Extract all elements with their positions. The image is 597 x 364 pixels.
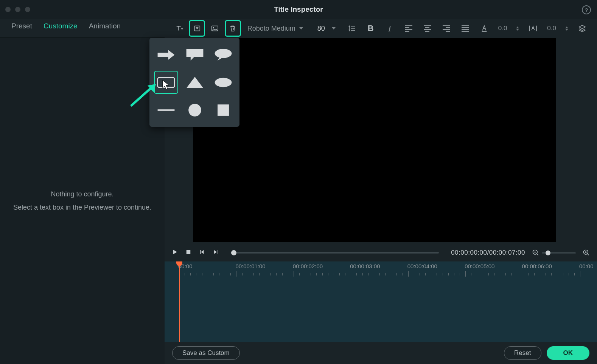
scrub-handle[interactable]: [231, 250, 236, 255]
tick: [299, 273, 300, 275]
tick: [448, 273, 449, 275]
tick: [523, 271, 523, 277]
time-label: 00:00:03:00: [350, 263, 380, 269]
tick: [483, 273, 483, 275]
letter-spacing-button[interactable]: [528, 24, 538, 33]
add-image-button[interactable]: [208, 21, 222, 36]
playback-bar: 00:00:00:00/00:00:07:00: [165, 244, 597, 261]
next-frame-button[interactable]: [212, 249, 219, 257]
tick: [580, 271, 580, 277]
tick: [396, 273, 397, 275]
delete-button[interactable]: [226, 21, 240, 36]
tick: [563, 273, 563, 275]
zoom-in-icon[interactable]: [583, 249, 590, 257]
tick: [288, 273, 288, 275]
zoom-out-icon[interactable]: [532, 249, 539, 257]
zoom-slider-handle[interactable]: [546, 250, 550, 255]
tick: [385, 273, 386, 275]
tick: [248, 273, 248, 275]
tick: [236, 271, 236, 277]
bold-button[interactable]: B: [366, 23, 376, 33]
letter-spacing-value: 0.0: [547, 25, 556, 32]
align-right-button[interactable]: [442, 25, 451, 32]
stop-button[interactable]: [185, 249, 192, 257]
tick: [557, 273, 557, 275]
tick: [534, 273, 535, 275]
zoom-slider[interactable]: [542, 252, 576, 254]
tick: [362, 273, 363, 275]
window-title: Title Inspector: [274, 5, 323, 14]
timeline[interactable]: 00:0000:00:01:0000:00:02:0000:00:03:0000…: [165, 261, 597, 342]
tick: [454, 273, 454, 275]
add-text-button[interactable]: [172, 21, 186, 36]
playhead[interactable]: [179, 261, 180, 342]
align-center-button[interactable]: [423, 25, 432, 32]
font-family-value: Roboto Medium: [247, 25, 295, 33]
tick: [265, 273, 265, 275]
line-height-stepper[interactable]: [516, 26, 519, 31]
svg-point-2: [213, 27, 214, 28]
font-size-value: 80: [317, 25, 325, 33]
help-icon[interactable]: ?: [582, 5, 591, 14]
shape-speech-rect[interactable]: [183, 43, 207, 66]
tick: [494, 273, 494, 275]
text-color-button[interactable]: [479, 24, 489, 33]
align-left-button[interactable]: [404, 25, 414, 32]
tick: [511, 273, 511, 275]
tick: [259, 273, 260, 275]
format-group: B I 0.0 0.0: [347, 23, 597, 34]
align-justify-button[interactable]: [460, 25, 470, 32]
tick: [305, 273, 305, 275]
scrub-track[interactable]: [231, 252, 439, 254]
tick: [465, 271, 466, 277]
tick: [196, 273, 196, 275]
zoom-window-icon[interactable]: [25, 7, 30, 12]
minimize-window-icon[interactable]: [15, 7, 20, 12]
tick: [253, 273, 254, 275]
letter-spacing-stepper[interactable]: [565, 26, 568, 31]
tick: [431, 273, 431, 275]
close-window-icon[interactable]: [5, 7, 11, 12]
time-ruler[interactable]: 00:0000:00:01:0000:00:02:0000:00:03:0000…: [165, 261, 597, 279]
prev-frame-button[interactable]: [199, 249, 205, 257]
shape-arrow-right[interactable]: [154, 43, 178, 66]
line-height-button[interactable]: [347, 24, 357, 33]
time-label: 00:00:01:00: [235, 263, 265, 269]
tab-animation[interactable]: Animation: [89, 22, 121, 35]
font-family-select[interactable]: Roboto Medium: [244, 25, 310, 33]
tick: [339, 273, 340, 275]
tab-preset[interactable]: Preset: [11, 22, 32, 35]
svg-rect-3: [482, 31, 487, 32]
left-panel-message-2: Select a text box in the Previewer to co…: [13, 204, 151, 212]
tick: [282, 273, 283, 275]
italic-button[interactable]: I: [385, 23, 395, 34]
tick: [368, 273, 368, 275]
shape-speech-oval[interactable]: [211, 43, 235, 66]
tick: [356, 273, 357, 275]
tick: [471, 273, 471, 275]
tick: [208, 273, 208, 275]
font-size-select[interactable]: 80: [314, 25, 339, 33]
text-toolbar: Roboto Medium 80 B I 0.0 0.0: [165, 19, 597, 38]
reset-button[interactable]: Reset: [504, 346, 541, 360]
play-button[interactable]: [171, 249, 178, 257]
time-label: 00:00:05:00: [465, 263, 494, 269]
chevron-down-icon: [299, 27, 303, 30]
time-label: 00:00:04:00: [407, 263, 437, 269]
shape-triangle[interactable]: [183, 71, 207, 94]
line-height-value: 0.0: [498, 25, 507, 32]
tick: [488, 273, 489, 275]
tab-customize[interactable]: Customize: [44, 22, 78, 40]
preview-canvas[interactable]: [193, 38, 556, 242]
ok-button[interactable]: OK: [547, 346, 590, 360]
layers-button[interactable]: [577, 24, 587, 33]
shape-ellipse[interactable]: [211, 71, 235, 94]
tick: [425, 273, 426, 275]
add-shape-button[interactable]: [190, 21, 204, 36]
tick: [500, 273, 500, 275]
save-as-custom-button[interactable]: Save as Custom: [172, 346, 240, 360]
tick: [391, 273, 391, 275]
shape-square[interactable]: [211, 98, 235, 121]
tick: [322, 273, 323, 275]
shape-circle[interactable]: [183, 98, 207, 121]
